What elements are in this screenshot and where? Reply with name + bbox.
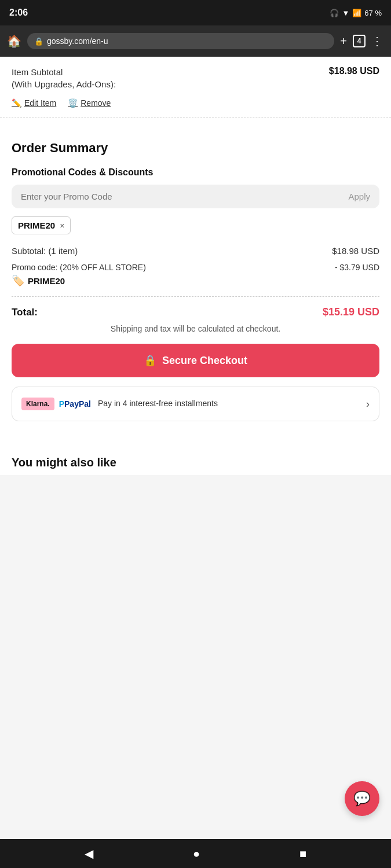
promo-section-title: Promotional Codes & Discounts [12, 167, 379, 178]
cart-divider [0, 117, 391, 117]
item-subtotal-label: Item Subtotal(With Upgrades, Add-Ons): [12, 66, 116, 90]
status-icons: 🎧 ▼ 📶 67 % [330, 9, 382, 17]
browser-bar: 🏠 🔒 gossby.com/en-u + 4 ⋮ [0, 25, 391, 57]
paypal-p: P [59, 399, 64, 409]
paypal-logo: PPayPal [59, 399, 91, 409]
cart-item-actions: ✏️ Edit Item 🗑️ Remove [12, 98, 379, 108]
subtotal-label: Subtotal: (1 item) [12, 246, 78, 256]
total-label: Total: [12, 307, 38, 318]
remove-item-label: Remove [81, 98, 111, 108]
cart-item-section: Item Subtotal(With Upgrades, Add-Ons): $… [0, 57, 391, 117]
payment-installment-text: Pay in 4 interest-free installments [98, 398, 366, 410]
applied-promo-code: PRIME20 [18, 220, 55, 230]
order-summary-title: Order Summary [12, 141, 379, 156]
remove-promo-button[interactable]: × [60, 221, 64, 230]
total-divider [12, 296, 379, 297]
payment-chevron-icon: › [366, 398, 370, 410]
tab-count[interactable]: 4 [353, 35, 366, 47]
item-subtotal-price: $18.98 USD [329, 66, 379, 76]
signal-icon: 📶 [352, 9, 361, 17]
promo-input-wrapper: Apply [12, 185, 379, 208]
order-summary-section: Order Summary Promotional Codes & Discou… [0, 129, 391, 444]
android-nav-bar: ◀ ● ■ [0, 839, 391, 868]
main-content: Item Subtotal(With Upgrades, Add-Ons): $… [0, 57, 391, 475]
paypal-text: PayPal [64, 399, 91, 409]
checkout-label: Secure Checkout [162, 355, 247, 367]
home-icon[interactable]: 🏠 [7, 34, 21, 48]
item-subtotal-row: Item Subtotal(With Upgrades, Add-Ons): $… [12, 66, 379, 90]
more-options-icon[interactable]: ⋮ [371, 34, 384, 48]
url-bar[interactable]: 🔒 gossby.com/en-u [27, 33, 334, 49]
promo-code-label: Promo code: (20% OFF ALL STORE) [12, 263, 146, 272]
edit-item-button[interactable]: ✏️ Edit Item [12, 98, 56, 108]
status-bar: 2:06 🎧 ▼ 📶 67 % [0, 0, 391, 25]
subtotal-value: $18.98 USD [332, 246, 379, 256]
home-nav-button[interactable]: ● [193, 847, 200, 860]
chat-button[interactable]: 💬 [345, 781, 379, 816]
promo-line-wrapper: Promo code: (20% OFF ALL STORE) - $3.79 … [12, 263, 379, 287]
you-might-also-like-section: You might also like [0, 444, 391, 475]
headphones-icon: 🎧 [330, 9, 339, 17]
lock-icon: 🔒 [34, 37, 43, 46]
payment-logos: Klarna. PPayPal [21, 398, 91, 410]
klarna-logo: Klarna. [21, 398, 54, 410]
battery-icon: 67 % [364, 9, 382, 17]
promo-discount-value: - $3.79 USD [335, 263, 379, 272]
secure-checkout-button[interactable]: 🔒 Secure Checkout [12, 344, 379, 377]
applied-promo-tag: PRIME20 × [12, 216, 71, 234]
back-nav-button[interactable]: ◀ [85, 847, 93, 860]
you-might-also-like-title: You might also like [12, 456, 379, 469]
checkout-lock-icon: 🔒 [144, 354, 156, 367]
promo-tag-icon: 🏷️ [12, 274, 24, 287]
subtotal-line: Subtotal: (1 item) $18.98 USD [12, 246, 379, 256]
promo-code-input[interactable] [21, 192, 348, 201]
trash-icon: 🗑️ [68, 98, 78, 108]
wifi-icon: ▼ [342, 9, 349, 17]
remove-item-button[interactable]: 🗑️ Remove [68, 98, 111, 108]
pencil-icon: ✏️ [12, 98, 21, 108]
browser-actions: + 4 ⋮ [340, 34, 384, 48]
edit-item-label: Edit Item [24, 98, 56, 108]
new-tab-icon[interactable]: + [340, 35, 347, 48]
total-line: Total: $15.19 USD [12, 306, 379, 318]
apply-promo-button[interactable]: Apply [348, 192, 370, 201]
url-text: gossby.com/en-u [47, 36, 108, 46]
promo-badge-row: 🏷️ PRIME20 [12, 274, 379, 287]
promo-badge-code: PRIME20 [28, 276, 65, 286]
total-value: $15.19 USD [323, 306, 379, 318]
payment-options-card[interactable]: Klarna. PPayPal Pay in 4 interest-free i… [12, 387, 379, 421]
promo-code-line: Promo code: (20% OFF ALL STORE) - $3.79 … [12, 263, 379, 272]
recent-nav-button[interactable]: ■ [299, 847, 306, 860]
status-time: 2:06 [9, 8, 28, 18]
shipping-note: Shipping and tax will be calculated at c… [12, 324, 379, 333]
